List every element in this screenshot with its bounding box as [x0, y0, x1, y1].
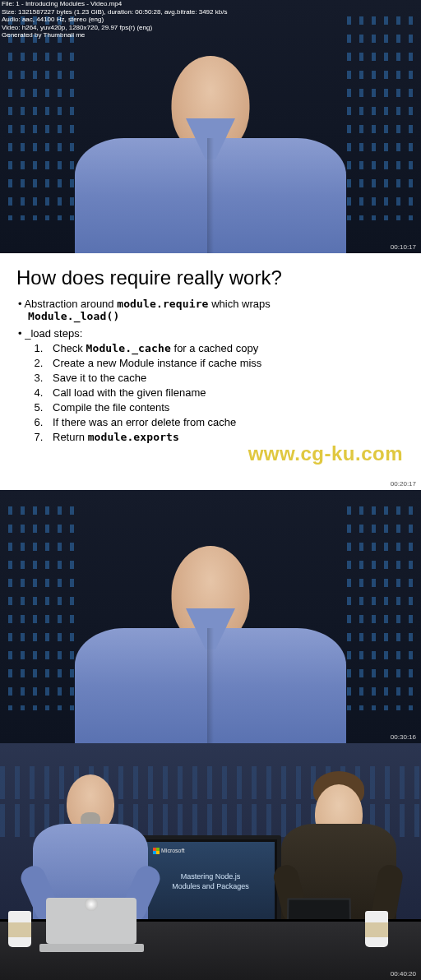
presentation-monitor: Microsoft Mastering Node.js Modules and …	[140, 835, 281, 927]
meta-generated: Generated by Thumbnail me	[2, 31, 227, 39]
microsoft-logo-icon	[153, 848, 160, 854]
timestamp-1: 00:10:17	[391, 243, 416, 251]
coffee-cup	[365, 911, 388, 947]
bg-bars-left	[8, 506, 74, 710]
bg-bars-right	[347, 16, 413, 220]
slide-step-1: Check Module._cache for a cached copy	[46, 342, 405, 354]
thumbnail-4: Microsoft Mastering Node.js Modules and …	[0, 743, 421, 980]
monitor-title-line2: Modules and Packages	[172, 881, 249, 891]
thumbnail-2-slide: How does require really work? Abstractio…	[0, 253, 421, 490]
slide-step-6: If there was an error delete from cache	[46, 416, 405, 428]
monitor-screen: Microsoft Mastering Node.js Modules and …	[146, 842, 275, 921]
slide-step-3: Save it to the cache	[46, 372, 405, 384]
laptop	[46, 881, 136, 939]
apple-logo-icon	[85, 898, 98, 911]
slide-bullet-1: Abstraction around module.require which …	[18, 298, 405, 322]
meta-size: Size: 1321587227 bytes (1.23 GiB), durat…	[2, 8, 227, 16]
coffee-cup	[8, 911, 31, 947]
microsoft-logo: Microsoft	[153, 847, 184, 854]
timestamp-4: 00:40:20	[391, 970, 416, 978]
slide-title: How does require really work?	[16, 266, 405, 289]
bg-bars-left	[8, 16, 74, 220]
thumbnail-3: 00:30:16	[0, 490, 421, 743]
file-metadata-overlay: File: 1 - Introducing Modules - Video.mp…	[2, 0, 227, 39]
meta-audio: Audio: aac, 44100 Hz, stereo (eng)	[2, 16, 227, 24]
meta-video: Video: h264, yuv420p, 1280x720, 29.97 fp…	[2, 24, 227, 32]
timestamp-3: 00:30:16	[391, 733, 416, 741]
bg-bars-right	[347, 506, 413, 710]
slide-step-2: Create a new Module instance if cache mi…	[46, 357, 405, 369]
presenter-figure	[75, 56, 346, 253]
slide-step-5: Compile the file contents	[46, 401, 405, 414]
presenter-figure	[75, 546, 346, 743]
watermark-text: www.cg-ku.com	[248, 442, 403, 465]
timestamp-2: 00:20:17	[391, 480, 416, 488]
slide-step-4: Call load with the given filename	[46, 386, 405, 399]
monitor-title-line1: Mastering Node.js	[181, 871, 241, 881]
slide-step-7: Return module.exports	[46, 431, 405, 443]
slide-bullet-2: _load steps: Check Module._cache for a c…	[18, 327, 405, 443]
meta-file: File: 1 - Introducing Modules - Video.mp…	[2, 0, 227, 8]
